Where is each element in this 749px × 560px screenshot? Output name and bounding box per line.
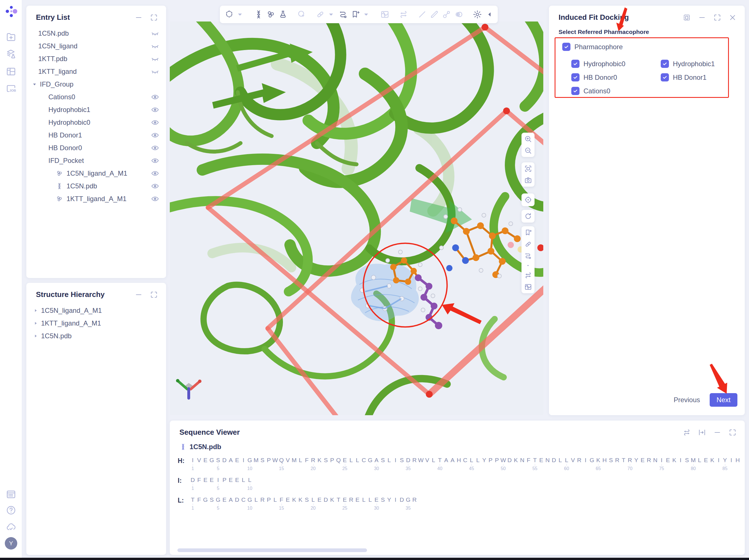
entry-list-item[interactable]: Cations0 xyxy=(26,90,166,103)
eye-open-icon[interactable] xyxy=(151,156,159,165)
checkbox-hb-donor1[interactable]: HB Donor1 xyxy=(661,73,724,82)
minimize-icon[interactable] xyxy=(713,428,722,437)
entry-list-item[interactable]: Hydrophobic1 xyxy=(26,103,166,116)
previous-button[interactable]: Previous xyxy=(674,396,700,404)
flask-icon[interactable] xyxy=(278,9,288,19)
checkbox-checked-icon[interactable] xyxy=(571,87,579,95)
eye-open-icon[interactable] xyxy=(151,144,159,152)
hierarchy-item[interactable]: 1C5N_ligand_A_M1 xyxy=(26,304,166,317)
entry-list-item[interactable]: 1C5N.pdb xyxy=(26,27,166,40)
select-circle-icon[interactable] xyxy=(297,9,306,19)
checkbox-checked-icon[interactable] xyxy=(661,73,669,82)
eye-open-icon[interactable] xyxy=(151,106,159,114)
eye-open-icon[interactable] xyxy=(151,93,159,101)
balls-link-icon[interactable] xyxy=(442,9,451,19)
list-browser-icon[interactable] xyxy=(6,489,16,500)
tri-right-icon[interactable] xyxy=(33,320,39,327)
pencil-tool-icon[interactable] xyxy=(430,9,439,19)
entry-list-item[interactable]: 1C5N.pdb xyxy=(26,180,166,192)
flow-path-icon[interactable] xyxy=(338,9,348,19)
entry-list-item[interactable]: 1KTT_ligand_A_M1 xyxy=(26,192,166,205)
minimize-icon[interactable] xyxy=(134,13,143,22)
tri-right-icon[interactable] xyxy=(33,333,39,339)
swap-arrows-icon[interactable] xyxy=(683,428,691,437)
eye-open-icon[interactable] xyxy=(151,182,159,191)
entry-list-item[interactable]: IFD_Pocket xyxy=(26,154,166,167)
pocket-map-icon[interactable] xyxy=(524,283,532,291)
layers-flask-icon[interactable] xyxy=(6,49,16,60)
tri-right-icon[interactable] xyxy=(33,308,39,314)
swap-arrows-icon[interactable] xyxy=(399,9,408,19)
checkbox-checked-icon[interactable] xyxy=(571,73,579,82)
zoom-in-icon[interactable] xyxy=(524,135,532,143)
measure-capsule-icon[interactable] xyxy=(524,240,532,248)
checkbox-checked-icon[interactable] xyxy=(571,60,579,68)
wrap-text-icon[interactable] xyxy=(698,428,706,437)
hierarchy-item[interactable]: 1C5N.pdb xyxy=(26,330,166,342)
help-icon[interactable] xyxy=(6,505,16,516)
venn-circles-icon[interactable] xyxy=(454,9,464,19)
target-icon[interactable] xyxy=(524,196,532,204)
eye-closed-icon[interactable] xyxy=(151,54,159,63)
entry-list-item[interactable]: 1KTT.pdb xyxy=(26,52,166,65)
expand-icon[interactable] xyxy=(150,290,158,299)
settings-gear-icon[interactable] xyxy=(473,9,482,19)
zoom-out-icon[interactable] xyxy=(524,147,532,155)
next-button[interactable]: Next xyxy=(710,393,737,407)
eye-closed-icon[interactable] xyxy=(151,67,159,76)
entry-list-item[interactable]: IFD_Group xyxy=(26,78,166,90)
checkbox-checked-icon[interactable] xyxy=(562,43,571,51)
checkbox-hydrophobic1[interactable]: Hydrophobic1 xyxy=(661,60,724,68)
caret-down-small-icon[interactable] xyxy=(526,263,530,268)
expand-icon[interactable] xyxy=(150,13,158,22)
flow-path-icon[interactable] xyxy=(524,252,532,260)
entry-list-item[interactable]: HB Donor1 xyxy=(26,129,166,141)
close-icon[interactable] xyxy=(728,13,737,22)
folder-plus-icon[interactable] xyxy=(6,32,16,42)
sequence-structure-row[interactable]: 1C5N.pdb xyxy=(179,443,745,451)
collapse-left-icon[interactable] xyxy=(485,9,494,19)
eye-open-icon[interactable] xyxy=(151,131,159,139)
bookmark-plus-icon[interactable] xyxy=(350,9,371,19)
float-window-icon[interactable] xyxy=(683,13,691,22)
molecular-viewer-canvas[interactable] xyxy=(170,22,543,415)
fit-screen-icon[interactable] xyxy=(524,164,532,173)
entry-list-item[interactable]: Hydrophobic0 xyxy=(26,116,166,129)
pocket-map-icon[interactable] xyxy=(380,9,390,19)
entry-list-item[interactable]: 1C5N_ligand xyxy=(26,40,166,52)
entry-list-item[interactable]: HB Donor0 xyxy=(26,141,166,154)
molecule-icon[interactable] xyxy=(266,9,276,19)
refresh-icon[interactable] xyxy=(524,212,532,220)
checkbox-hydrophobic0[interactable]: Hydrophobic0 xyxy=(571,60,661,68)
expand-icon[interactable] xyxy=(728,428,737,437)
residue-row[interactable]: TFGSGEADCGLRPLFEKKSLEDKTERELLESYIDGR xyxy=(190,496,418,503)
entry-list-item[interactable]: 1KTT_ligand xyxy=(26,65,166,78)
eye-closed-icon[interactable] xyxy=(151,42,159,50)
camera-icon[interactable] xyxy=(524,176,532,184)
checkbox-cations0[interactable]: Cations0 xyxy=(571,87,661,95)
checkbox-hb-donor0[interactable]: HB Donor0 xyxy=(571,73,661,82)
eye-open-icon[interactable] xyxy=(151,195,159,203)
minimize-icon[interactable] xyxy=(134,290,143,299)
entry-list-item[interactable]: 1C5N_ligand_A_M1 xyxy=(26,167,166,180)
eye-closed-icon[interactable] xyxy=(151,29,159,38)
expand-icon[interactable] xyxy=(713,13,722,22)
minimize-icon[interactable] xyxy=(698,13,706,22)
tri-down-icon[interactable] xyxy=(31,81,38,87)
user-avatar[interactable]: Y xyxy=(5,537,17,550)
measure-capsule-icon[interactable] xyxy=(316,9,336,19)
eye-open-icon[interactable] xyxy=(151,118,159,127)
checkbox-pharmacophore[interactable]: Pharmacophore xyxy=(562,43,728,51)
checkbox-checked-icon[interactable] xyxy=(661,60,669,68)
swap-arrows-icon[interactable] xyxy=(524,271,532,279)
residue-row[interactable]: DFEEIPEELL xyxy=(190,476,253,484)
residue-row[interactable]: IVEGSDAEIGMSPWQVMLFRKSPQELLCGASLISDRWVLT… xyxy=(190,456,741,464)
hexagon-style-icon[interactable] xyxy=(224,9,245,19)
hierarchy-item[interactable]: 1KTT_ligand_A_M1 xyxy=(26,317,166,330)
sequence-scrollbar[interactable] xyxy=(177,548,367,552)
line-tool-icon[interactable] xyxy=(418,9,427,19)
helix-icon[interactable] xyxy=(254,9,263,19)
eye-open-icon[interactable] xyxy=(151,169,159,178)
cloud-check-icon[interactable] xyxy=(6,522,16,533)
table-layout-icon[interactable] xyxy=(6,66,16,77)
